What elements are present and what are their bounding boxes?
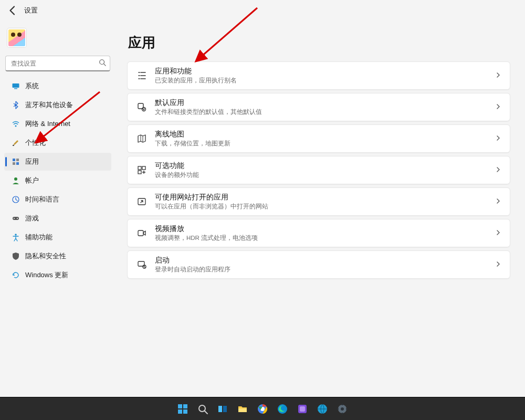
page-title: 应用 <box>128 34 510 52</box>
svg-rect-6 <box>13 159 15 161</box>
wifi-icon <box>12 120 20 128</box>
card-offline-maps[interactable]: 离线地图 下载，存储位置，地图更新 <box>127 124 510 153</box>
svg-point-13 <box>14 218 15 219</box>
chevron-right-icon <box>495 102 501 112</box>
card-title: 视频播放 <box>155 224 495 234</box>
body: 系统 蓝牙和其他设备 网络 & Internet <box>0 21 525 420</box>
accessibility-icon <box>12 233 20 242</box>
sidebar-item-accounts[interactable]: 帐户 <box>4 172 111 190</box>
default-apps-icon <box>136 101 148 113</box>
taskbar-app-globe[interactable] <box>314 401 331 417</box>
sidebar-item-label: Windows 更新 <box>25 270 68 280</box>
person-icon <box>12 176 20 185</box>
chevron-right-icon <box>495 228 501 238</box>
taskbar-start[interactable] <box>174 401 191 417</box>
card-apps-websites[interactable]: 可使用网站打开的应用 可以在应用（而非浏览器）中打开的网站 <box>127 187 510 216</box>
card-sub: 已安装的应用，应用执行别名 <box>155 76 495 85</box>
card-sub: 登录时自动启动的应用程序 <box>155 265 495 274</box>
sidebar-item-apps[interactable]: 应用 <box>4 153 111 171</box>
svg-line-34 <box>205 411 207 414</box>
taskbar-chrome[interactable] <box>254 401 271 417</box>
svg-rect-35 <box>218 406 222 412</box>
avatar-icon <box>7 28 26 47</box>
card-text: 启动 登录时自动启动的应用程序 <box>155 256 495 274</box>
card-text: 视频播放 视频调整，HDR 流式处理，电池选项 <box>155 224 495 242</box>
sidebar-item-label: 隐私和安全性 <box>25 251 66 261</box>
chevron-right-icon <box>495 197 501 206</box>
card-title: 默认应用 <box>155 98 495 108</box>
globe-icon <box>317 403 328 415</box>
open-external-icon <box>136 196 148 207</box>
video-icon <box>136 227 148 239</box>
search-input[interactable] <box>5 56 110 71</box>
svg-point-14 <box>17 218 18 219</box>
sidebar-item-update[interactable]: Windows 更新 <box>4 266 111 284</box>
sidebar-item-system[interactable]: 系统 <box>4 77 111 95</box>
svg-rect-42 <box>300 406 305 412</box>
svg-rect-24 <box>138 230 143 236</box>
card-apps-features[interactable]: 应用和功能 已安装的应用，应用执行别名 <box>127 61 510 90</box>
svg-point-45 <box>341 407 344 411</box>
sidebar-item-label: 应用 <box>25 157 39 166</box>
card-title: 可选功能 <box>155 161 495 171</box>
sidebar-item-bluetooth[interactable]: 蓝牙和其他设备 <box>4 96 111 114</box>
windows-icon <box>177 403 188 415</box>
profile-block[interactable] <box>2 24 113 56</box>
svg-rect-5 <box>13 145 14 146</box>
chevron-right-icon <box>495 165 501 175</box>
card-sub: 可以在应用（而非浏览器）中打开的网站 <box>155 202 495 211</box>
folder-icon <box>237 403 248 415</box>
card-list: 应用和功能 已安装的应用，应用执行别名 默认应用 文件和链接类型的默认值，其他默… <box>127 61 510 279</box>
sidebar-item-label: 时间和语言 <box>25 195 59 204</box>
back-button[interactable] <box>6 4 19 17</box>
taskbar-edge[interactable] <box>274 401 291 417</box>
taskbar-settings[interactable] <box>334 401 351 417</box>
arrow-left-icon <box>6 4 19 17</box>
sidebar-item-label: 游戏 <box>25 214 39 223</box>
card-video-playback[interactable]: 视频播放 视频调整，HDR 流式处理，电池选项 <box>127 219 510 247</box>
card-title: 可使用网站打开的应用 <box>155 193 495 202</box>
sidebar-item-time-lang[interactable]: 时间和语言 <box>4 191 111 208</box>
card-sub: 下载，存储位置，地图更新 <box>155 139 495 148</box>
search-wrap <box>5 56 110 71</box>
sidebar-item-privacy[interactable]: 隐私和安全性 <box>4 247 111 265</box>
gear-icon <box>337 403 348 415</box>
taskbar-search[interactable] <box>194 401 211 417</box>
sidebar-item-label: 个性化 <box>25 138 46 148</box>
card-text: 可使用网站打开的应用 可以在应用（而非浏览器）中打开的网站 <box>155 193 495 211</box>
svg-point-4 <box>15 125 17 127</box>
sidebar-item-label: 系统 <box>25 81 39 91</box>
card-startup[interactable]: 启动 登录时自动启动的应用程序 <box>127 250 510 279</box>
sidebar-item-label: 帐户 <box>25 176 39 185</box>
svg-rect-8 <box>13 162 15 165</box>
settings-window: 设置 系统 <box>0 0 525 420</box>
sidebar-item-accessibility[interactable]: 辅助功能 <box>4 228 111 246</box>
svg-rect-12 <box>13 217 19 220</box>
map-icon <box>136 133 148 144</box>
taskbar-explorer[interactable] <box>234 401 251 417</box>
svg-rect-22 <box>138 171 141 174</box>
startup-icon <box>136 259 148 270</box>
card-title: 启动 <box>155 256 495 265</box>
sidebar-item-network[interactable]: 网络 & Internet <box>4 115 111 133</box>
sidebar-item-label: 网络 & Internet <box>25 119 70 129</box>
card-text: 离线地图 下载，存储位置，地图更新 <box>155 130 495 148</box>
svg-rect-7 <box>16 159 19 161</box>
card-sub: 视频调整，HDR 流式处理，电池选项 <box>155 234 495 242</box>
card-text: 应用和功能 已安装的应用，应用执行别名 <box>155 67 495 85</box>
chevron-right-icon <box>495 260 501 269</box>
card-title: 离线地图 <box>155 130 495 139</box>
taskbar-taskview[interactable] <box>214 401 231 417</box>
card-optional[interactable]: 可选功能 设备的额外功能 <box>127 156 510 184</box>
card-sub: 设备的额外功能 <box>155 171 495 179</box>
svg-rect-21 <box>142 166 145 170</box>
sidebar-item-label: 蓝牙和其他设备 <box>25 100 73 110</box>
svg-point-10 <box>14 177 17 181</box>
search-icon <box>197 403 208 415</box>
app-icon <box>297 403 308 415</box>
list-icon <box>136 70 148 81</box>
taskbar-app-purple[interactable] <box>294 401 311 417</box>
sidebar-item-personalize[interactable]: 个性化 <box>4 134 111 152</box>
sidebar-item-gaming[interactable]: 游戏 <box>4 209 111 227</box>
card-default-apps[interactable]: 默认应用 文件和链接类型的默认值，其他默认值 <box>127 93 510 121</box>
